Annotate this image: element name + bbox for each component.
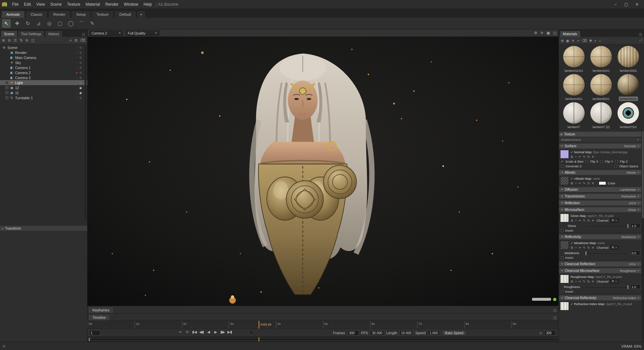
albedo-mode-dropdown[interactable]: Albedo▼ bbox=[626, 171, 640, 174]
picker-icon[interactable]: ✑ bbox=[579, 246, 581, 249]
edit-icon[interactable]: ✎ bbox=[583, 181, 586, 185]
tab-texture[interactable]: Texture bbox=[92, 11, 114, 18]
visibility-icon[interactable]: ◉ bbox=[79, 86, 82, 90]
end-frame-input[interactable]: 300 bbox=[544, 330, 556, 336]
material-item[interactable]: lambert3SG bbox=[615, 46, 641, 73]
skip-end-icon[interactable]: ▶▮ bbox=[227, 330, 232, 334]
lock-icon[interactable]: ◦ bbox=[76, 46, 77, 49]
section-clearcoat-reflection[interactable]: ▼ Clearcoat Reflection: GGX▼ bbox=[559, 261, 642, 267]
trash-icon[interactable]: ⌫ bbox=[582, 39, 587, 43]
tab-default[interactable]: Default bbox=[114, 11, 136, 18]
search-icon[interactable]: ⌕ bbox=[575, 155, 577, 159]
tree-row-light[interactable]: + ☀ Light ◦↻ bbox=[0, 80, 87, 85]
checkbox-checked[interactable]: ✓ bbox=[561, 160, 564, 163]
camera-select[interactable]: Camera 2▼ bbox=[90, 31, 123, 36]
refresh-icon[interactable]: ↻ bbox=[587, 155, 590, 159]
section-reflection[interactable]: ▼ Reflection: GGX▼ bbox=[559, 200, 642, 206]
menu-material[interactable]: Material bbox=[83, 1, 103, 8]
section-diffusion[interactable]: ▼ Diffusion: Lambertian▼ bbox=[559, 187, 642, 192]
materials-scrollbar-thumb[interactable] bbox=[642, 131, 644, 218]
assign-icon[interactable]: ✚ bbox=[589, 39, 592, 43]
pan-icon[interactable]: ✛ bbox=[540, 31, 543, 35]
sync-icon[interactable]: ↻ bbox=[79, 61, 82, 64]
cut-icon[interactable]: ✂ bbox=[178, 330, 183, 334]
section-surface[interactable]: ▼ Surface: Normals▼ bbox=[559, 143, 642, 149]
edit-icon[interactable]: ✎ bbox=[583, 155, 586, 159]
tab-animate[interactable]: Animate bbox=[1, 11, 25, 18]
panel-popout-icon[interactable]: ◳ bbox=[81, 32, 87, 37]
transmission-mode-dropdown[interactable]: Refraction▼ bbox=[622, 194, 640, 198]
popout-icon[interactable]: ◳ bbox=[553, 31, 556, 35]
section-microsurface[interactable]: ▼ Microsurface: Gloss▼ bbox=[559, 207, 642, 213]
visibility-icon[interactable]: ◉ bbox=[79, 91, 82, 95]
material-item[interactable]: lambert5SG bbox=[588, 74, 614, 101]
microsurface-mode-dropdown[interactable]: Gloss▼ bbox=[628, 208, 640, 212]
expand-icon[interactable]: + bbox=[5, 91, 8, 94]
frames-input[interactable]: 300 bbox=[347, 330, 359, 336]
tree-row-camera-1[interactable]: ◧ Camera 1 ◦↻ bbox=[0, 65, 87, 70]
tree-row-11[interactable]: + ▦ 11 ◦◉ bbox=[0, 90, 87, 95]
gear-icon[interactable]: ⚙ bbox=[571, 280, 574, 283]
menu-window[interactable]: Window bbox=[121, 1, 141, 8]
refresh-icon[interactable]: ↻ bbox=[587, 181, 590, 185]
playhead[interactable] bbox=[259, 321, 259, 329]
invert-checkbox[interactable] bbox=[561, 229, 564, 232]
material-item[interactable]: lambert7SG bbox=[615, 102, 641, 129]
gear-icon[interactable]: ⚙ bbox=[571, 219, 574, 222]
tab-setup[interactable]: Setup bbox=[71, 11, 91, 18]
close-button[interactable]: ✕ bbox=[632, 1, 642, 8]
remove-icon[interactable]: ✕ bbox=[592, 155, 594, 159]
clearcoat-reflection-mode-dropdown[interactable]: GGX▼ bbox=[629, 262, 640, 266]
folder-icon[interactable]: ▱ bbox=[577, 39, 580, 43]
lock-icon[interactable]: ◦ bbox=[76, 96, 77, 100]
minimize-button[interactable]: – bbox=[610, 1, 621, 8]
chain-link-icon[interactable]: ∞ bbox=[539, 331, 542, 335]
skip-start-icon[interactable]: ▮◀ bbox=[192, 330, 197, 334]
diffusion-mode-dropdown[interactable]: Lambertian▼ bbox=[620, 188, 640, 191]
displacement-row[interactable]: Displacement: ▼ bbox=[559, 137, 642, 142]
delete-material-icon[interactable]: ✕ bbox=[572, 39, 575, 43]
refresh-icon[interactable]: ↻ bbox=[587, 246, 590, 249]
timeline-scrubber[interactable] bbox=[88, 337, 558, 342]
checkbox[interactable] bbox=[614, 165, 617, 168]
marquee-select-tool-icon[interactable]: ▢ bbox=[56, 19, 64, 28]
section-albedo[interactable]: ▼ Albedo: Albedo▼ bbox=[559, 170, 642, 175]
picker-icon[interactable]: ✑ bbox=[579, 219, 581, 222]
checkbox[interactable] bbox=[585, 160, 588, 163]
lock-icon[interactable]: ◦ bbox=[76, 81, 77, 84]
tree-row-scene[interactable]: ⊚ Scene ◦↻ bbox=[0, 45, 87, 50]
menu-render[interactable]: Render bbox=[103, 1, 121, 8]
scrub-playhead[interactable] bbox=[259, 337, 259, 342]
viewport-3d[interactable] bbox=[88, 37, 558, 306]
transform-section-header[interactable]: ▸ Transform bbox=[0, 225, 87, 231]
albedo-map-thumbnail[interactable] bbox=[560, 176, 569, 185]
list-icon[interactable]: ☰ bbox=[13, 38, 17, 43]
tab-tool-settings[interactable]: Tool Settings bbox=[18, 31, 45, 37]
tree-scrollbar[interactable] bbox=[85, 45, 87, 219]
play-icon[interactable]: ▶ bbox=[213, 330, 218, 334]
sync-icon[interactable]: ↻ bbox=[79, 66, 82, 69]
remove-icon[interactable]: ✕ bbox=[592, 181, 594, 185]
maximize-button[interactable]: ▢ bbox=[621, 1, 631, 8]
sync-icon[interactable]: ↻ bbox=[79, 46, 82, 49]
sphere-icon[interactable]: ◉ bbox=[566, 39, 569, 43]
gloss-map-thumbnail[interactable] bbox=[560, 214, 569, 222]
checkbox[interactable] bbox=[561, 165, 564, 168]
tab-materials[interactable]: Materials bbox=[559, 31, 581, 37]
lock-icon[interactable]: ● bbox=[76, 71, 77, 74]
remove-icon[interactable]: ✕ bbox=[592, 280, 594, 283]
sync-icon[interactable]: ↻ bbox=[79, 51, 82, 54]
section-clearcoat-microsurface[interactable]: ▼ Clearcoat Microsurface: Roughness▼ bbox=[559, 268, 642, 274]
material-item[interactable]: lambert7 (2) bbox=[588, 102, 614, 129]
gear-icon[interactable]: ⚙ bbox=[534, 31, 537, 35]
search-icon[interactable]: ⌕ bbox=[575, 181, 577, 185]
invert-checkbox[interactable] bbox=[561, 256, 564, 259]
gloss-slider[interactable] bbox=[586, 225, 628, 226]
picker-icon[interactable]: ✑ bbox=[579, 181, 581, 185]
step-back-icon[interactable]: ◀▮ bbox=[199, 330, 204, 334]
edit-icon[interactable]: ✎ bbox=[583, 219, 586, 222]
select-tool-icon[interactable]: ↖ bbox=[2, 19, 11, 28]
sync-icon[interactable]: ↻ bbox=[79, 76, 82, 79]
translate-tool-icon[interactable]: ✚ bbox=[13, 19, 21, 28]
menu-edit[interactable]: Edit bbox=[21, 1, 34, 8]
